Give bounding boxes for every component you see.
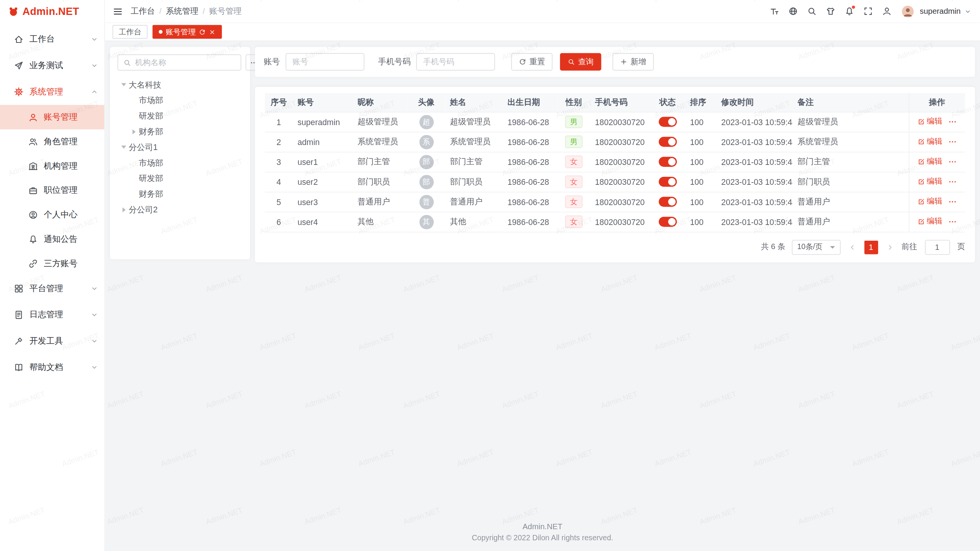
- sidebar-item-role-mgmt[interactable]: 角色管理: [0, 129, 105, 154]
- fullscreen-icon[interactable]: [861, 3, 876, 19]
- account-input[interactable]: [286, 53, 364, 71]
- prev-page-button[interactable]: [846, 241, 858, 253]
- sidebar-item-notice[interactable]: 通知公告: [0, 227, 105, 251]
- sidebar-item-position-mgmt[interactable]: 职位管理: [0, 178, 105, 202]
- table-row: 2admin系统管理员系系统管理员1986-06-28男180200307201…: [265, 132, 965, 152]
- tree-node[interactable]: 分公司1: [116, 139, 244, 155]
- edit-button[interactable]: 编辑: [917, 216, 942, 227]
- cell-modified-time: 2023-01-03 10:59:44: [716, 192, 792, 212]
- cell-avatar: 系: [407, 132, 445, 152]
- next-page-button[interactable]: [884, 241, 895, 253]
- status-toggle[interactable]: [658, 197, 676, 207]
- edit-button[interactable]: 编辑: [917, 196, 942, 207]
- sidebar-item-org-mgmt[interactable]: 机构管理: [0, 154, 105, 178]
- caret-down-icon[interactable]: [119, 142, 129, 152]
- more-actions-button[interactable]: [948, 177, 957, 186]
- tree-node[interactable]: 分公司2: [116, 202, 244, 217]
- status-toggle[interactable]: [658, 217, 676, 227]
- org-search-input[interactable]: [135, 58, 236, 67]
- tree-node[interactable]: 研发部: [116, 108, 244, 124]
- globe-icon[interactable]: [786, 3, 801, 19]
- tree-node[interactable]: 财务部: [116, 124, 244, 139]
- tree-node[interactable]: 财务部: [116, 186, 244, 202]
- table-row: 6user4其他其其他1986-06-28女180200307201002023…: [265, 212, 965, 231]
- more-actions-button[interactable]: [948, 117, 957, 126]
- sidebar-item-personal-center[interactable]: 个人中心: [0, 202, 105, 227]
- org-tree-toolbar: [116, 54, 244, 70]
- cell-status: [650, 132, 685, 152]
- footer-copyright: Copyright © 2022 Dilon All rights reserv…: [110, 533, 975, 542]
- user-icon[interactable]: [879, 3, 895, 19]
- more-actions-button[interactable]: [948, 157, 957, 166]
- cell-avatar: 超: [407, 112, 445, 132]
- grid-icon: [14, 284, 24, 293]
- tree-node[interactable]: 市场部: [116, 155, 244, 171]
- app-logo[interactable]: Admin.NET: [0, 0, 105, 23]
- tab-refresh-icon[interactable]: [199, 28, 206, 35]
- sidebar-item-help-docs[interactable]: 帮助文档: [0, 354, 105, 381]
- theme-icon[interactable]: [823, 3, 839, 19]
- edit-button[interactable]: 编辑: [917, 176, 942, 187]
- column-header: 操作: [909, 93, 965, 112]
- sidebar-item-log-mgmt[interactable]: 日志管理: [0, 302, 105, 328]
- tree-node[interactable]: 大名科技: [116, 77, 244, 93]
- status-toggle[interactable]: [658, 157, 676, 167]
- tree-node[interactable]: 研发部: [116, 171, 244, 186]
- account-label: 账号: [264, 56, 280, 67]
- goto-page-input[interactable]: [925, 240, 950, 254]
- phone-input[interactable]: [416, 53, 495, 71]
- breadcrumb-item[interactable]: 工作台: [131, 6, 155, 17]
- menu-collapse-icon[interactable]: [113, 6, 123, 17]
- breadcrumb-item[interactable]: 系统管理: [166, 6, 198, 17]
- caret-right-icon[interactable]: [119, 205, 129, 215]
- more-actions-button[interactable]: [948, 217, 957, 226]
- search-button[interactable]: 查询: [560, 53, 601, 71]
- chevron-up-icon: [91, 88, 98, 96]
- sidebar-item-dev-tools[interactable]: 开发工具: [0, 328, 105, 354]
- breadcrumb-item[interactable]: 账号管理: [209, 6, 242, 17]
- edit-button[interactable]: 编辑: [917, 156, 942, 167]
- chevron-down-icon[interactable]: [964, 8, 971, 15]
- edit-button[interactable]: 编辑: [917, 116, 942, 127]
- cell-birth-date: 1986-06-28: [503, 112, 558, 132]
- tab-account-mgmt[interactable]: 账号管理: [152, 25, 222, 39]
- sidebar-item-workbench[interactable]: 工作台: [0, 26, 105, 53]
- page-1-button[interactable]: 1: [864, 240, 878, 254]
- cell-nickname: 部门职员: [353, 172, 408, 192]
- status-toggle[interactable]: [658, 177, 676, 187]
- edit-button[interactable]: 编辑: [917, 136, 942, 147]
- caret-down-icon[interactable]: [119, 80, 129, 90]
- cell-remark: 普通用户: [792, 192, 909, 212]
- caret-right-icon[interactable]: [129, 127, 139, 137]
- user-avatar[interactable]: [902, 5, 913, 17]
- more-actions-button[interactable]: [948, 137, 957, 146]
- sidebar-item-system-mgmt[interactable]: 系统管理: [0, 79, 105, 105]
- book-icon: [14, 362, 24, 372]
- sidebar-item-account-mgmt[interactable]: 账号管理: [0, 105, 105, 129]
- add-button[interactable]: 新增: [612, 53, 654, 71]
- cell-status: [650, 212, 685, 231]
- edit-label: 编辑: [927, 216, 942, 227]
- bell-icon: [28, 234, 38, 244]
- sidebar-item-platform-mgmt[interactable]: 平台管理: [0, 276, 105, 302]
- notification-bell-icon[interactable]: [842, 3, 858, 19]
- reset-label: 重置: [529, 57, 545, 67]
- font-size-icon[interactable]: [767, 3, 782, 19]
- tab-workbench[interactable]: 工作台: [113, 25, 147, 39]
- tree-node[interactable]: 市场部: [116, 93, 244, 108]
- sidebar-item-business-test[interactable]: 业务测试: [0, 52, 105, 79]
- reset-button[interactable]: 重置: [511, 53, 553, 71]
- username[interactable]: superadmin: [920, 7, 961, 16]
- status-toggle[interactable]: [658, 117, 676, 127]
- search-icon[interactable]: [804, 3, 820, 19]
- gender-badge: 女: [565, 176, 583, 188]
- edit-label: 编辑: [927, 136, 942, 147]
- active-tab-dot: [159, 30, 163, 34]
- status-toggle[interactable]: [658, 137, 676, 147]
- sidebar-item-third-party-account[interactable]: 三方账号: [0, 251, 105, 276]
- notification-badge: [852, 5, 855, 8]
- more-actions-button[interactable]: [948, 197, 957, 206]
- tree-node-label: 财务部: [139, 126, 163, 137]
- page-size-select[interactable]: 10条/页: [792, 240, 840, 254]
- tab-close-icon[interactable]: [209, 28, 216, 35]
